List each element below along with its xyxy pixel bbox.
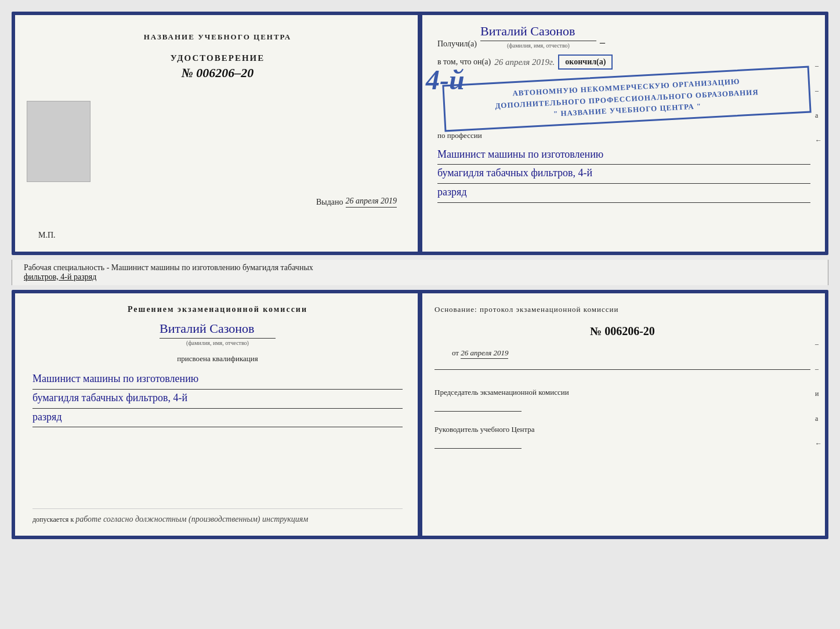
top-left-panel: НАЗВАНИЕ УЧЕБНОГО ЦЕНТРА УДОСТОВЕРЕНИЕ №…	[15, 15, 420, 252]
dash1: –	[600, 37, 605, 49]
qual-line1: Машинист машины по изготовлению	[32, 370, 403, 390]
mark-2: –	[815, 86, 822, 95]
recipient-name: Виталий Сазонов	[480, 24, 596, 41]
vtom-block: в том, что он(а) 26 апреля 2019г. окончи…	[437, 54, 810, 70]
okoncil-text: окончил(а)	[558, 54, 613, 70]
dopuskaetsya-label: допускается к	[32, 515, 74, 523]
qualification-block: Машинист машины по изготовлению бумагидл…	[32, 370, 403, 427]
bottom-name: Виталий Сазонов	[160, 321, 276, 339]
poluchil-line: Получил(а) Виталий Сазонов (фамилия, имя…	[437, 24, 810, 49]
ot-date-block: от 26 апреля 2019	[452, 348, 810, 358]
mark-1: –	[815, 61, 822, 70]
right-side-marks: – – а ←	[815, 61, 822, 145]
prisvoena-text: присвоена квалификация	[32, 354, 403, 363]
top-right-panel: Получил(а) Виталий Сазонов (фамилия, имя…	[420, 15, 825, 252]
stamp-block: АВТОНОМНУЮ НЕКОММЕРЧЕСКУЮ ОРГАНИЗАЦИЮ ДО…	[442, 66, 811, 132]
profession-line2: бумагидля табачных фильтров, 4-й	[437, 165, 810, 184]
dopuskaetsya-block: допускается к работе согласно должностны…	[32, 508, 403, 524]
bmark-2: –	[815, 365, 822, 373]
poluchil-text: Получил(а)	[437, 39, 477, 49]
profession-line3: разряд	[437, 184, 810, 203]
dopusk-italic: работе согласно должностным (производств…	[75, 515, 308, 523]
bottom-document: Решением экзаменационной комиссии Витали…	[12, 290, 828, 539]
strip-underline: фильтров, 4-й разряд	[24, 272, 96, 281]
predsedatel-label: Председатель экзаменационной комиссии	[435, 387, 810, 398]
bmark-a: а	[815, 415, 822, 423]
date-handwritten: 26 апреля 2019г.	[494, 57, 555, 67]
protocol-number: № 006206-20	[435, 325, 810, 338]
big-number: 4-й	[426, 64, 465, 96]
profession-block: Машинист машины по изготовлению бумагидл…	[437, 146, 810, 203]
fio-label: (фамилия, имя, отчество)	[480, 42, 596, 49]
bottom-left-panel: Решением экзаменационной комиссии Витали…	[15, 293, 420, 536]
page-wrapper: НАЗВАНИЕ УЧЕБНОГО ЦЕНТРА УДОСТОВЕРЕНИЕ №…	[12, 12, 828, 539]
rukovoditel-label: Руководитель учебного Центра	[435, 424, 810, 435]
bmark-i: и	[815, 390, 822, 398]
vydano-date: 26 апреля 2019	[346, 197, 397, 208]
bmark-1: –	[815, 340, 822, 348]
uchebniy-center-title: НАЗВАНИЕ УЧЕБНОГО ЦЕНТРА	[144, 32, 292, 42]
photo-placeholder	[27, 101, 90, 182]
udostoverenie-number: № 006206–20	[171, 66, 265, 81]
mark-a: а	[815, 111, 822, 120]
bmark-arrow: ←	[815, 439, 822, 448]
po-professii: по профессии	[437, 131, 810, 140]
top-document: НАЗВАНИЕ УЧЕБНОГО ЦЕНТРА УДОСТОВЕРЕНИЕ №…	[12, 12, 828, 255]
rukovoditel-signature	[435, 437, 522, 449]
resheniem-title: Решением экзаменационной комиссии	[32, 305, 403, 314]
mark-arrow: ←	[815, 136, 822, 145]
vydano-label: Выдано	[316, 198, 343, 207]
bottom-fio-label: (фамилия, имя, отчество)	[186, 340, 249, 346]
qual-line3: разряд	[32, 409, 403, 428]
udostoverenie-block: УДОСТОВЕРЕНИЕ № 006206–20	[171, 53, 265, 81]
rukovoditel-block: Руководитель учебного Центра	[435, 424, 810, 449]
predsedatel-block: Председатель экзаменационной комиссии	[435, 387, 810, 412]
bottom-right-panel: Основание: протокол экзаменационной коми…	[420, 293, 825, 536]
ot-date-value: 26 апреля 2019	[461, 348, 508, 359]
predsedatel-signature	[435, 400, 522, 412]
separator1	[435, 369, 810, 370]
ot-label: от	[452, 348, 459, 357]
profession-line1: Машинист машины по изготовлению	[437, 146, 810, 165]
udostoverenie-label: УДОСТОВЕРЕНИЕ	[171, 53, 265, 63]
bottom-name-block: Виталий Сазонов (фамилия, имя, отчество)	[32, 321, 403, 346]
right-side-marks-bottom: – – и а ←	[815, 340, 822, 448]
strip-text-prefix: Рабочая специальность - Машинист машины …	[24, 263, 313, 272]
qual-line2: бумагидля табачных фильтров, 4-й	[32, 390, 403, 409]
label-strip: Рабочая специальность - Машинист машины …	[12, 260, 828, 285]
vydano-line: Выдано 26 апреля 2019	[316, 197, 397, 208]
mp-label: М.П.	[38, 231, 56, 240]
osnovanie-text: Основание: протокол экзаменационной коми…	[435, 305, 810, 314]
